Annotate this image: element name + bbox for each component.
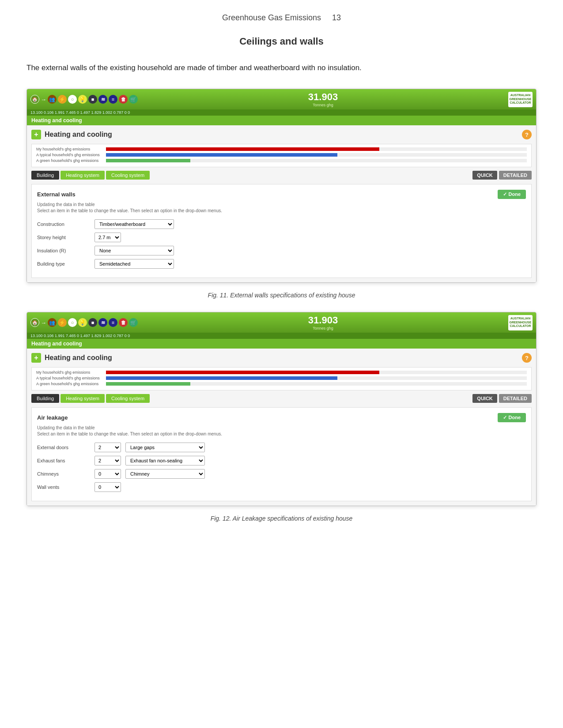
fig12-caption: Fig. 12. Air Leakage specifications of e… (26, 515, 537, 522)
typical-emissions-row: A typical household's ghg emissions (36, 153, 527, 157)
exhaust-fans-count[interactable]: 2 (94, 456, 121, 465)
bolt-icon: ⚡ (58, 95, 67, 104)
my-bar-track (106, 147, 527, 151)
green-bar-fill-fig12 (106, 382, 190, 386)
help-button-fig12[interactable]: ? (522, 353, 532, 363)
green-emissions-label: A green household's ghg emissions (36, 158, 102, 163)
detailed-button-fig12[interactable]: DETAILED (499, 394, 532, 403)
quick-button[interactable]: QUICK (472, 171, 497, 180)
emissions-bars-fig12: My household's ghg emissions A typical h… (31, 367, 532, 390)
green-bar-track (106, 159, 527, 162)
tabs-right-fig12: QUICK DETAILED (472, 394, 532, 403)
people-icon: 👥 (48, 95, 57, 104)
my-emissions-label: My household's ghg emissions (36, 147, 102, 151)
construction-select[interactable]: Timber/weatherboard (94, 219, 174, 229)
storey-height-row: Storey height 2.7 m (37, 233, 526, 242)
bulb-icon-fig12: 💡 (78, 318, 87, 327)
toolbar-fig11: 🏠 → 👥 ⚡ ○ 💡 ■ ≋ ≡ 🗑 🛒 31.903 Tonnes ghg … (27, 89, 536, 109)
tabs-left-fig12: Building Heating system Cooling system (31, 394, 150, 403)
emission-value-fig12: 31.903 (308, 315, 338, 326)
toolbar-icons: 🏠 → 👥 ⚡ ○ 💡 ■ ≋ ≡ 🗑 🛒 (30, 95, 138, 104)
fig12-app-window: 🏠 → 👥 ⚡ ○ 💡 ■ ≋ ≡ 🗑 🛒 31.903 Tonnes ghg … (26, 312, 537, 506)
tab-cooling-fig12[interactable]: Cooling system (106, 394, 150, 403)
exhaust-fans-type[interactable]: Exhaust fan non-sealing (125, 456, 205, 465)
trash-icon: 🗑 (119, 95, 128, 104)
insulation-select[interactable]: None (94, 246, 174, 255)
chimneys-count[interactable]: 0 (94, 469, 121, 479)
fig11-caption: Fig. 11. External walls specifications o… (26, 292, 537, 299)
tab-heating[interactable]: Heating system (60, 171, 105, 180)
bolt-icon-fig12: ⚡ (58, 318, 67, 327)
green-emissions-label-fig12: A green household's ghg emissions (36, 382, 102, 386)
wall-vents-label: Wall vents (37, 484, 90, 490)
page-number: 13 (332, 13, 341, 22)
my-emissions-label-fig12: My household's ghg emissions (36, 370, 102, 375)
page-title: Greenhouse Gas Emissions (222, 13, 321, 22)
logo-fig12: AUSTRALIANGREENHOUSECALCULATOR (508, 315, 533, 330)
dark-icon-fig12: ■ (88, 318, 97, 327)
storey-height-select[interactable]: 2.7 m (94, 233, 121, 242)
fig11-app-window: 🏠 → 👥 ⚡ ○ 💡 ■ ≋ ≡ 🗑 🛒 31.903 Tonnes ghg … (26, 89, 537, 283)
wall-vents-row: Wall vents 0 (37, 482, 526, 492)
dark-icon: ■ (88, 95, 97, 104)
people-icon-fig12: 👥 (48, 318, 57, 327)
wall-vents-count[interactable]: 0 (94, 482, 121, 492)
external-doors-row: External doors 2 Large gaps (37, 443, 526, 452)
exhaust-fans-label: Exhaust fans (37, 458, 90, 463)
typical-emissions-row-fig12: A typical household's ghg emissions (36, 376, 527, 380)
tab-building[interactable]: Building (31, 171, 59, 180)
bulb-icon: 💡 (78, 95, 87, 104)
my-emissions-row-fig12: My household's ghg emissions (36, 370, 527, 375)
typical-bar-fill-fig12 (106, 376, 337, 380)
done-button-fig12[interactable]: ✓ Done (498, 413, 526, 422)
insulation-row: Insulation (R) None (37, 246, 526, 255)
content-section-fig11: External walls ✓ Done Updating the data … (31, 184, 532, 278)
my-bar-fill-fig12 (106, 371, 379, 374)
my-bar-fill (106, 147, 379, 151)
tab-building-fig12[interactable]: Building (31, 394, 59, 403)
quick-button-fig12[interactable]: QUICK (472, 394, 497, 403)
chimneys-type[interactable]: Chimney (125, 469, 205, 479)
shop-icon: 🛒 (129, 95, 138, 104)
main-panel-fig12: + Heating and cooling ? My household's g… (27, 349, 536, 506)
insulation-label: Insulation (R) (37, 248, 90, 253)
tabs-left-fig11: Building Heating system Cooling system (31, 171, 150, 180)
external-doors-label: External doors (37, 445, 90, 450)
emissions-bars-fig11: My household's ghg emissions A typical h… (31, 144, 532, 167)
section-header-fig12: Air leakage ✓ Done (37, 413, 526, 422)
chimneys-label: Chimneys (37, 471, 90, 477)
green-bar-fill (106, 159, 190, 162)
typical-emissions-label-fig12: A typical household's ghg emissions (36, 376, 102, 380)
arrow-icon: → (41, 96, 46, 103)
chart2-icon: ≡ (109, 95, 117, 104)
toolbar-numbers-fig12: 13.100 0.106 1.991 7.465 0 1.497 1.829 1… (27, 333, 536, 339)
typical-bar-track-fig12 (106, 376, 527, 380)
green-emissions-row: A green household's ghg emissions (36, 158, 527, 163)
tab-cooling[interactable]: Cooling system (106, 171, 150, 180)
typical-bar-track (106, 153, 527, 157)
instruction-text-fig11: Updating the data in the table Select an… (37, 202, 526, 214)
help-button[interactable]: ? (522, 130, 532, 139)
storey-height-label: Storey height (37, 235, 90, 240)
nav-bar-fig11: Heating and cooling (27, 116, 536, 125)
external-doors-type[interactable]: Large gaps (125, 443, 205, 452)
chart-icon-fig12: ≋ (98, 318, 107, 327)
panel-header-left-fig12: + Heating and cooling (31, 353, 112, 363)
building-type-select[interactable]: Semidetached (94, 259, 174, 269)
logo: AUSTRALIANGREENHOUSECALCULATOR (508, 92, 533, 107)
instruction-text-fig12: Updating the data in the table Select an… (37, 425, 526, 437)
my-emissions-row: My household's ghg emissions (36, 147, 527, 151)
done-button-fig11[interactable]: ✓ Done (498, 190, 526, 199)
external-doors-count[interactable]: 2 (94, 443, 121, 452)
trash-icon-fig12: 🗑 (119, 318, 128, 327)
building-type-row: Building type Semidetached (37, 259, 526, 269)
plus-button[interactable]: + (31, 130, 41, 139)
tab-heating-fig12[interactable]: Heating system (60, 394, 105, 403)
construction-row: Construction Timber/weatherboard (37, 219, 526, 229)
content-section-fig12: Air leakage ✓ Done Updating the data in … (31, 407, 532, 501)
detailed-button[interactable]: DETAILED (499, 171, 532, 180)
plus-button-fig12[interactable]: + (31, 353, 41, 363)
section-title: Ceilings and walls (26, 36, 537, 47)
page-header: Greenhouse Gas Emissions 13 (26, 13, 537, 23)
house-icon: 🏠 (30, 95, 39, 104)
